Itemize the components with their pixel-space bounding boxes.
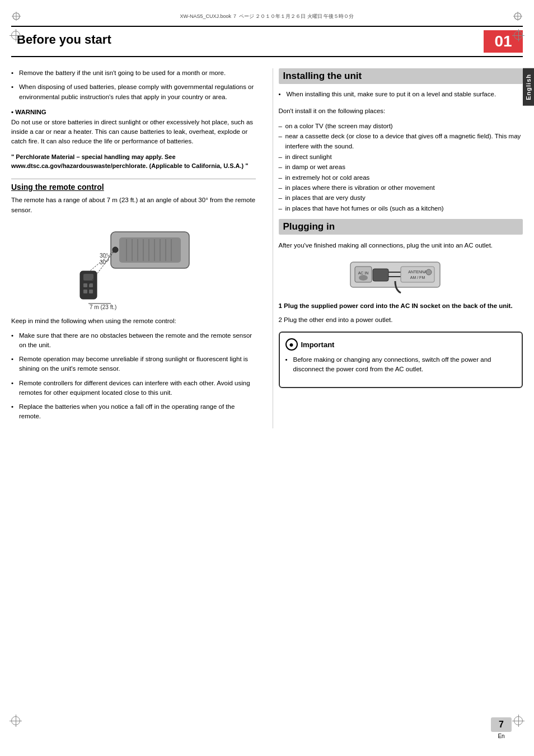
svg-text:ANTENNA: ANTENNA: [408, 270, 427, 274]
place-8: in places that have hot fumes or oils (s…: [279, 203, 523, 213]
page-footer: 7 En: [491, 717, 512, 739]
dont-install-intro: Don't install it on the following places…: [279, 106, 523, 116]
important-bullets: Before making or changing any connection…: [285, 355, 517, 375]
warning-label: • WARNING: [11, 109, 256, 115]
battery-bullet-2: When disposing of used batteries, please…: [11, 82, 256, 102]
place-2: near a cassette deck (or close to a devi…: [279, 131, 523, 152]
corner-reg-tl: [11, 31, 20, 40]
svg-text:30°: 30°: [100, 259, 108, 265]
left-column: Remove the battery if the unit isn't goi…: [11, 68, 261, 428]
remote-section-text: The remote has a range of about 7 m (23 …: [11, 195, 256, 216]
divider: [11, 179, 256, 179]
places-list: on a color TV (the screen may distort) n…: [279, 121, 523, 214]
outlet-diagram: AC IN ANTENNA AM / FM: [279, 256, 523, 296]
remote-diagram: 30° 30° 7 m (23 ft.): [11, 221, 256, 310]
en-label: En: [498, 733, 504, 739]
ac-diagram-svg: AC IN ANTENNA AM / FM: [345, 256, 457, 296]
step-2: 2 Plug the other end into a power outlet…: [279, 315, 523, 325]
reg-mark-right: [513, 11, 523, 21]
installing-bullet: When installing this unit, make sure to …: [279, 90, 523, 99]
battery-bullets: Remove the battery if the unit isn't goi…: [11, 68, 256, 102]
plugging-intro: After you've finished making all connect…: [279, 240, 523, 250]
remote-bullets: Make sure that there are no obstacles be…: [11, 331, 256, 422]
svg-text:AM / FM: AM / FM: [410, 276, 425, 279]
remote-bullet-4: Replace the batteries when you notice a …: [11, 402, 256, 422]
installing-heading: Installing the unit: [279, 68, 523, 84]
remote-bullet-1: Make sure that there are no obstacles be…: [11, 331, 256, 351]
perchlorate-text: " Perchlorate Material – special handlin…: [11, 152, 256, 171]
file-info: XW-NAS5_CUXJ.book ７ ページ ２０１０年１月２６日 火曜日 午…: [21, 13, 513, 20]
remote-bullet-2: Remote operation may become unreliable i…: [11, 354, 256, 374]
step-1: 1 Plug the supplied power cord into the …: [279, 301, 523, 311]
right-column: English Installing the unit When install…: [273, 68, 523, 428]
plugging-heading: Plugging in: [279, 219, 523, 235]
remote-diagram-svg: 30° 30° 7 m (23 ft.): [66, 221, 200, 310]
warning-text: Do not use or store batteries in direct …: [11, 118, 256, 147]
place-3: in direct sunlight: [279, 152, 523, 162]
top-bar: XW-NAS5_CUXJ.book ７ ページ ２０１０年１月２６日 火曜日 午…: [11, 11, 523, 21]
svg-rect-22: [83, 290, 87, 293]
place-7: in places that are very dusty: [279, 193, 523, 203]
important-icon: ●: [285, 338, 298, 351]
svg-rect-23: [89, 290, 93, 293]
content-area: Remove the battery if the unit isn't goi…: [11, 68, 523, 428]
remote-bullet-3: Remote controllers for different devices…: [11, 379, 256, 398]
battery-bullet-1: Remove the battery if the unit isn't goi…: [11, 68, 256, 78]
important-box: ● Important Before making or changing an…: [279, 332, 523, 388]
svg-text:AC IN: AC IN: [358, 271, 368, 275]
page-title: Before you start: [11, 30, 484, 53]
page-wrapper: XW-NAS5_CUXJ.book ７ ページ ２０１０年１月２６日 火曜日 午…: [0, 0, 534, 756]
installing-bullet-1: When installing this unit, make sure to …: [279, 90, 523, 99]
page-header: Before you start 01: [11, 26, 523, 57]
svg-rect-34: [373, 269, 388, 281]
important-header: ● Important: [285, 338, 517, 351]
corner-reg-br: [514, 716, 523, 725]
corner-reg-tr: [514, 31, 523, 40]
place-1: on a color TV (the screen may distort): [279, 121, 523, 131]
svg-point-40: [426, 269, 432, 275]
page-number: 7: [491, 717, 512, 732]
important-bullet-1: Before making or changing any connection…: [285, 355, 517, 375]
svg-point-33: [359, 275, 368, 281]
svg-text:30°: 30°: [100, 253, 108, 259]
reg-mark-left: [11, 11, 21, 21]
important-label: Important: [301, 340, 335, 349]
step-1-text: 1 Plug the supplied power cord into the …: [279, 302, 513, 309]
place-4: in damp or wet areas: [279, 162, 523, 172]
svg-rect-20: [83, 283, 87, 287]
keep-in-mind-text: Keep in mind the following when using th…: [11, 316, 256, 326]
remote-section-heading: Using the remote control: [11, 183, 256, 192]
svg-text:7 m (23 ft.): 7 m (23 ft.): [90, 304, 116, 310]
corner-reg-bl: [11, 716, 20, 725]
svg-rect-19: [83, 274, 93, 281]
place-5: in extremely hot or cold areas: [279, 172, 523, 183]
english-tab: English: [523, 68, 534, 106]
place-6: in places where there is vibration or ot…: [279, 183, 523, 193]
